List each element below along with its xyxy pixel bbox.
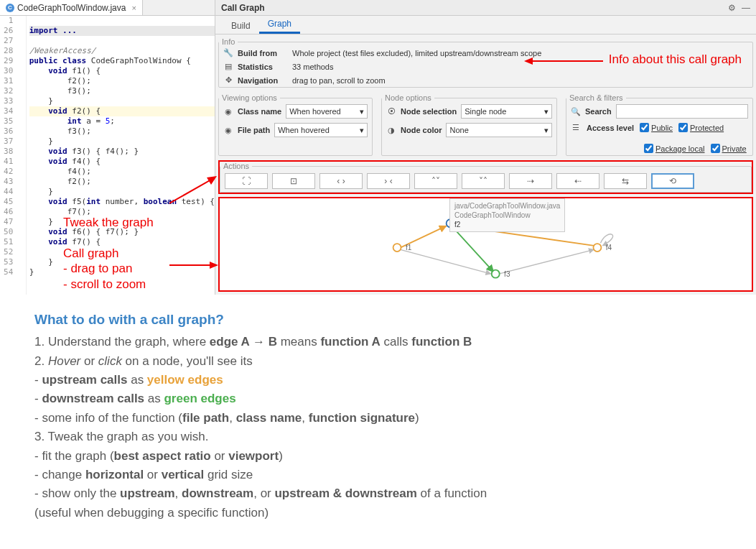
gear-icon[interactable]: ⚙ (728, 3, 736, 13)
arrow-icon (169, 176, 220, 205)
search-icon: 🔍 (571, 107, 581, 116)
node-f4 (593, 244, 601, 252)
class-name-label: Class name (238, 107, 281, 116)
stats-icon: ▤ (223, 62, 233, 71)
svg-line-4 (499, 249, 594, 274)
chevron-down-icon: ▾ (360, 107, 364, 116)
access-level-label: Access level (587, 124, 634, 132)
svg-marker-9 (524, 57, 533, 65)
editor-tab-bar: C CodeGraphToolWindow.java × (0, 0, 215, 16)
node-f3 (492, 270, 500, 278)
node-tooltip: java/CodeGraphToolWindow.java CodeGraphT… (449, 198, 565, 232)
action-upstream-button[interactable]: ⇢ (509, 173, 552, 189)
annotation-callgraph: Call graph - drag to pan - scroll to zoo… (63, 246, 146, 292)
action-reset-button[interactable]: ⟲ (651, 173, 694, 189)
editor-panel: C CodeGraphToolWindow.java × 12627282930… (0, 0, 215, 295)
svg-marker-13 (210, 262, 218, 269)
pin-icon: ⦿ (386, 107, 396, 116)
arrow-icon (169, 261, 220, 269)
java-file-icon: C (6, 4, 14, 12)
file-path-label: File path (238, 126, 270, 134)
node-f1 (393, 244, 401, 252)
svg-line-10 (169, 180, 211, 203)
node-options-fieldset: Node options ⦿ Node selection Single nod… (381, 93, 557, 156)
chevron-down-icon: ▾ (544, 107, 549, 116)
search-label: Search (585, 107, 612, 116)
node-selection-select[interactable]: Single node▾ (461, 104, 552, 119)
viewing-options-fieldset: Viewing options ◉ Class name When hovere… (218, 93, 373, 156)
action-downstream-button[interactable]: ⇠ (556, 173, 599, 189)
fold-gutter (17, 16, 26, 295)
checkbox-public[interactable]: Public (640, 123, 673, 132)
minimize-icon[interactable]: — (742, 3, 750, 13)
action-hgrid-expand-button[interactable]: ‹ › (319, 173, 363, 189)
graph-canvas[interactable]: java/CodeGraphToolWindow.java CodeGraphT… (218, 197, 753, 292)
callgraph-header: Call Graph ⚙ — (215, 0, 756, 16)
info-legend: Info (219, 37, 238, 46)
class-name-select[interactable]: When hovered▾ (286, 104, 368, 119)
annotation-tweak: Tweak the graph (63, 216, 154, 230)
svg-text:f4: f4 (606, 244, 612, 252)
palette-icon: ◑ (386, 126, 396, 135)
search-input[interactable] (616, 104, 748, 119)
instructions-text: What to do with a call graph? 1. Underst… (0, 295, 756, 537)
statistics-value: 33 methods (292, 63, 333, 71)
search-filters-fieldset: Search & filters 🔍 Search ☰ Access level… (566, 93, 753, 156)
action-hgrid-shrink-button[interactable]: › ‹ (367, 173, 410, 189)
checkbox-package-local[interactable]: Package local (644, 144, 705, 153)
callgraph-title: Call Graph (221, 3, 265, 13)
checkbox-protected[interactable]: Protected (678, 123, 724, 132)
wrench-icon: 🔧 (223, 48, 233, 57)
build-from-value: Whole project (test files excluded), lim… (292, 49, 541, 57)
eye-icon: ◉ (223, 126, 233, 135)
chevron-down-icon: ▾ (544, 126, 549, 135)
checkbox-private[interactable]: Private (711, 144, 747, 153)
navigation-value: drag to pan, scroll to zoom (292, 76, 386, 85)
filter-icon: ☰ (571, 123, 581, 132)
callgraph-tabs: Build Graph (215, 16, 756, 34)
node-selection-label: Node selection (401, 107, 457, 116)
svg-text:f3: f3 (504, 270, 510, 278)
editor-tab[interactable]: C CodeGraphToolWindow.java × (0, 0, 143, 15)
tab-filename: CodeGraphToolWindow.java (17, 3, 126, 13)
tab-graph[interactable]: Graph (259, 16, 300, 34)
navigation-label: Navigation (238, 76, 288, 85)
actions-fieldset: Actions ⛶ ⊡ ‹ › › ‹ ˄˅ ˅˄ ⇢ ⇠ ⇆ ⟲ (220, 162, 752, 193)
arrow-icon (524, 56, 603, 66)
svg-marker-11 (207, 176, 217, 185)
node-color-label: Node color (401, 126, 442, 134)
action-fit-viewport-button[interactable]: ⊡ (272, 173, 315, 189)
annotation-info: Info about this call graph (609, 52, 742, 67)
statistics-label: Statistics (238, 63, 288, 71)
action-fit-ratio-button[interactable]: ⛶ (225, 173, 268, 189)
actions-highlight-box: Actions ⛶ ⊡ ‹ › › ‹ ˄˅ ˅˄ ⇢ ⇠ ⇆ ⟲ (218, 160, 753, 194)
line-gutter: 1262728293031323334353637384142434445464… (0, 16, 17, 295)
chevron-down-icon: ▾ (360, 126, 364, 135)
compass-icon: ✥ (223, 75, 233, 85)
tab-build[interactable]: Build (223, 18, 259, 34)
eye-icon: ◉ (223, 107, 233, 116)
file-path-select[interactable]: When hovered▾ (274, 123, 368, 137)
node-color-select[interactable]: None▾ (446, 123, 552, 137)
build-from-label: Build from (238, 49, 288, 57)
callgraph-panel: Call Graph ⚙ — Build Graph Info 🔧 Build … (215, 0, 756, 295)
close-icon[interactable]: × (131, 4, 136, 12)
instructions-title: What to do with a call graph? (34, 309, 722, 330)
action-both-button[interactable]: ⇆ (604, 173, 647, 189)
action-vgrid-shrink-button[interactable]: ˅˄ (462, 173, 505, 189)
action-vgrid-expand-button[interactable]: ˄˅ (414, 173, 457, 189)
svg-text:f1: f1 (406, 244, 412, 252)
